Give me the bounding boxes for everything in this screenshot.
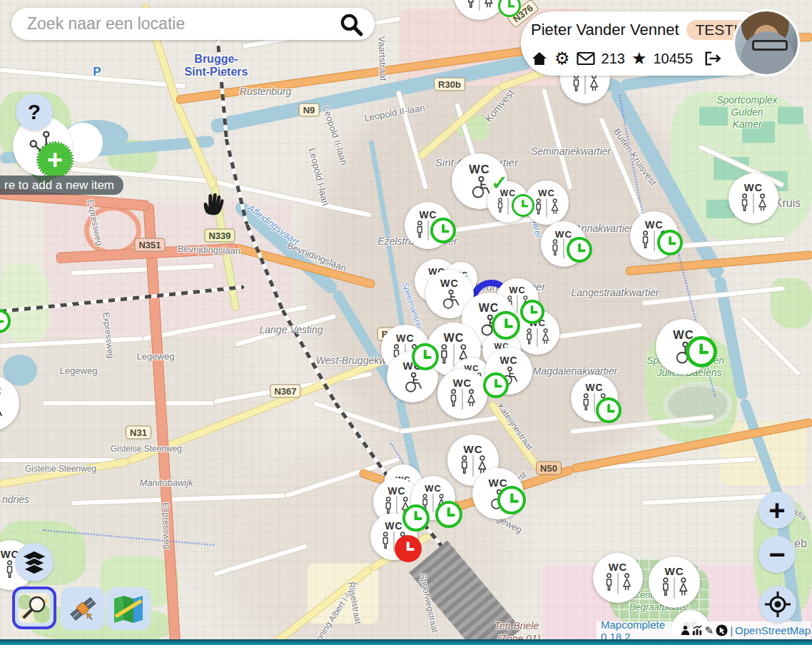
road-ref-badge: N367	[270, 385, 300, 398]
opening-hours-clock-badge[interactable]	[402, 504, 430, 532]
road-ref-badge: N31	[126, 426, 151, 440]
map-label: Legeweg	[137, 351, 175, 362]
road-ref-badge: N339	[204, 229, 235, 243]
road	[43, 401, 214, 405]
wc-marker-mf[interactable]: WC	[649, 557, 700, 608]
verified-check-badge[interactable]: ✓	[491, 171, 507, 195]
toilet-pictogram-icons	[524, 328, 551, 347]
settings-gear-icon[interactable]: ⚙	[554, 50, 570, 67]
map-label: Lange Vesting	[260, 324, 323, 335]
statistics-icon[interactable]	[692, 625, 703, 636]
map-label: Gistelse Steenweg	[25, 464, 96, 474]
crosshair-icon	[764, 591, 791, 618]
road	[0, 458, 114, 462]
wc-marker-mf[interactable]: WC	[437, 369, 487, 419]
map-label: Brugge-	[194, 53, 238, 66]
star-icon[interactable]: ★	[631, 50, 647, 67]
opening-hours-clock-badge[interactable]	[512, 194, 534, 217]
wc-label: WC	[419, 210, 437, 220]
sport-field	[699, 107, 728, 126]
wc-label: WC	[538, 188, 555, 198]
wc-label: WC	[664, 566, 684, 577]
search-icon[interactable]	[338, 11, 365, 38]
map-label: Kruis	[775, 197, 801, 210]
hand-cursor	[201, 191, 225, 220]
contributor-icon[interactable]	[681, 625, 690, 636]
opening-hours-clock-badge[interactable]	[435, 501, 462, 528]
wc-label: WC	[444, 332, 465, 344]
opening-hours-clock-badge[interactable]	[430, 218, 456, 243]
messages-icon[interactable]	[577, 51, 595, 66]
wc-label: WC	[440, 278, 459, 288]
layers-icon	[21, 550, 47, 574]
attribution-bar: Mapcomplete 0.18.2 ✎ | OpenStreetMap	[597, 621, 811, 639]
wc-label: WC	[425, 484, 442, 493]
map-label: Magdalenakwartier	[533, 365, 617, 377]
toilet-pictogram-icons	[4, 560, 16, 581]
toilet-pictogram-icons	[447, 389, 477, 410]
avatar[interactable]	[733, 9, 800, 76]
zoom-out-button[interactable]: −	[758, 536, 796, 573]
osm-link[interactable]: OpenStreetMap	[735, 624, 811, 636]
zoom-in-button[interactable]: +	[758, 492, 796, 529]
toilet-pictogram-icons	[570, 73, 600, 94]
wc-label: WC	[387, 487, 405, 497]
opening-hours-clock-badge[interactable]	[520, 300, 544, 324]
map-label: eb	[794, 537, 807, 550]
map-canvas[interactable]: Brugge-Sint-PietersPRustenburgVaartstraa…	[0, 0, 812, 645]
search-bar[interactable]	[11, 8, 375, 40]
search-input[interactable]	[26, 14, 338, 34]
opening-hours-clock-badge[interactable]	[596, 397, 621, 423]
wc-label: WC	[469, 163, 489, 175]
wc-label: WC	[744, 183, 763, 193]
road-ref-badge: R30b	[434, 78, 465, 91]
background-satellite-button[interactable]	[61, 587, 105, 630]
opening-hours-clock-badge[interactable]	[412, 343, 439, 370]
toilet-pictogram-icons	[603, 573, 633, 594]
map-icon	[112, 594, 145, 624]
add-new-item-button[interactable]: +	[38, 143, 72, 177]
map-label: Ten Briele	[494, 620, 539, 631]
opening-hours-clock-badge[interactable]	[497, 486, 526, 514]
wc-marker-mf[interactable]: WC	[593, 553, 643, 603]
wc-label: WC	[609, 562, 627, 573]
map-label: Legeweg	[60, 365, 98, 376]
geolocate-button[interactable]	[759, 586, 796, 623]
opening-hours-clock-badge[interactable]	[567, 237, 592, 263]
wc-marker-mf[interactable]: WC	[729, 173, 778, 223]
wc-label: WC	[453, 378, 472, 389]
map-label: ndries	[2, 494, 29, 505]
closed-clock-badge[interactable]	[395, 535, 422, 562]
pointer-badge-icon[interactable]	[716, 624, 728, 636]
map-label: P	[93, 65, 101, 79]
help-button[interactable]: ?	[16, 93, 53, 131]
opening-hours-clock-badge[interactable]	[483, 372, 509, 398]
wc-label: WC	[463, 444, 482, 454]
toilet-pictogram-icons	[465, 0, 495, 11]
background-map-button[interactable]	[106, 587, 151, 630]
wc-label: WC	[509, 286, 526, 295]
home-icon[interactable]	[531, 50, 548, 67]
avatar-glasses	[752, 40, 788, 51]
wc-label: WC	[396, 333, 415, 343]
osm-layer-thumbnail	[19, 593, 50, 623]
road-ref-badge: N351	[134, 238, 165, 252]
satellite-icon	[67, 593, 98, 624]
attribution-separator: |	[730, 624, 733, 636]
opening-hours-clock-badge[interactable]	[686, 336, 717, 367]
messages-count: 213	[602, 51, 625, 67]
map-label: Langestraatkwartier	[572, 287, 659, 298]
logout-icon[interactable]	[704, 50, 722, 67]
road-ref-badge: N50	[536, 462, 562, 475]
map-label: Seminariekwartier	[531, 146, 611, 157]
wc-label: WC	[645, 220, 664, 230]
user-name: Pieter Vander Vennet	[531, 21, 679, 39]
map-label: Rustenburg	[240, 86, 291, 97]
pencil-icon[interactable]: ✎	[705, 624, 714, 637]
background-osm-button[interactable]	[12, 586, 56, 629]
layers-button[interactable]	[15, 543, 54, 581]
map-label: Manitobawijk	[139, 477, 193, 488]
opening-hours-clock-badge[interactable]	[492, 311, 520, 340]
opening-hours-clock-badge[interactable]	[657, 230, 683, 255]
wheelchair-icon	[0, 397, 4, 421]
